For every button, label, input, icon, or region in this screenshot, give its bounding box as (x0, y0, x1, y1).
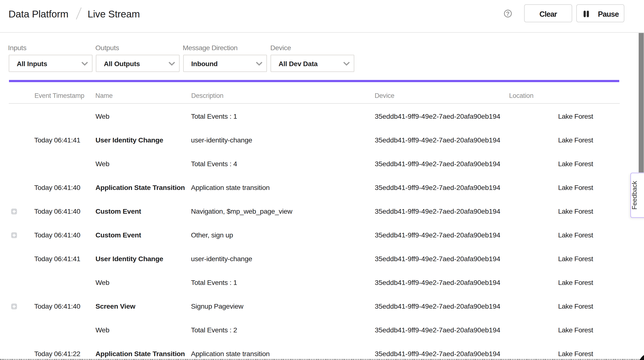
svg-text:Feedback: Feedback (632, 181, 638, 209)
